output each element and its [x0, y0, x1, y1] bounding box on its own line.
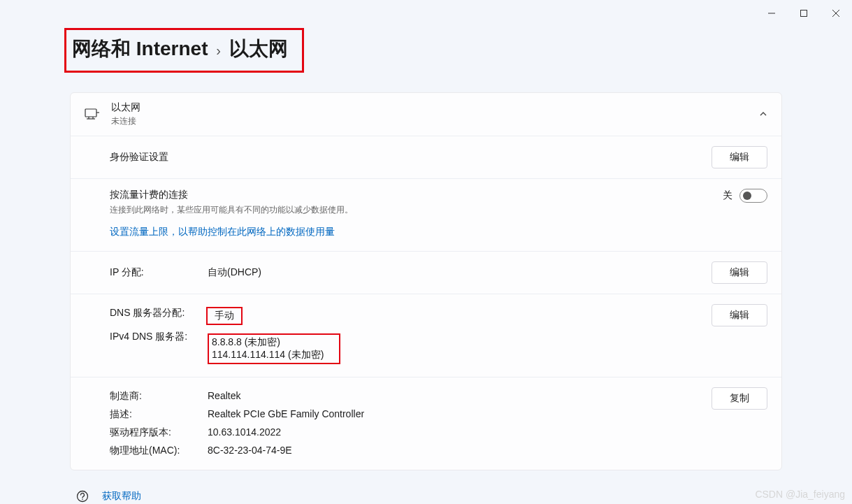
ipv4-dns-label: IPv4 DNS 服务器: [110, 331, 208, 343]
connection-title: 以太网 [111, 101, 748, 114]
watermark: CSDN @Jia_feiyang [755, 489, 845, 500]
dns-assignment-label: DNS 服务器分配: [110, 307, 208, 325]
description-value: Realtek PCIe GbE Family Controller [208, 408, 364, 421]
breadcrumb: 网络和 Internet › 以太网 [70, 28, 782, 73]
hardware-info-row: 制造商: Realtek 描述: Realtek PCIe GbE Family… [71, 377, 781, 470]
ipv4-dns-values-highlight: 8.8.8.8 (未加密) 114.114.114.114 (未加密) [208, 333, 340, 364]
data-limit-link[interactable]: 设置流量上限，以帮助控制在此网络上的数据使用量 [110, 226, 335, 237]
window-maximize-button[interactable] [788, 3, 820, 24]
ip-assignment-row: IP 分配: 自动(DHCP) 编辑 [71, 251, 781, 294]
ipv4-dns-value-1: 8.8.8.8 (未加密) [212, 336, 336, 349]
breadcrumb-current: 以太网 [229, 38, 288, 59]
description-label: 描述: [110, 408, 208, 421]
copy-button[interactable]: 复制 [712, 387, 767, 410]
manufacturer-value: Realtek [208, 390, 240, 403]
svg-point-9 [78, 491, 88, 502]
connection-header[interactable]: 以太网 未连接 [71, 93, 781, 136]
mac-address-label: 物理地址(MAC): [110, 445, 208, 457]
metered-label: 按流量计费的连接 [110, 189, 723, 201]
auth-settings-label: 身份验证设置 [110, 151, 712, 164]
auth-settings-row: 身份验证设置 编辑 [71, 136, 781, 178]
dns-assignment-value: 手动 [206, 307, 243, 325]
window-close-button[interactable] [820, 3, 852, 24]
chevron-up-icon [759, 109, 767, 120]
close-icon [832, 10, 839, 17]
connection-status: 未连接 [111, 115, 748, 127]
dns-row: DNS 服务器分配: 手动 IPv4 DNS 服务器: 8.8.8.8 (未加密… [71, 294, 781, 377]
ip-assignment-label: IP 分配: [110, 266, 208, 279]
chevron-right-icon: › [216, 43, 221, 58]
window-minimize-button[interactable] [756, 3, 788, 24]
help-icon [75, 490, 89, 503]
metered-toggle-label: 关 [723, 189, 732, 202]
get-help-link[interactable]: 获取帮助 [75, 490, 782, 503]
manufacturer-label: 制造商: [110, 390, 208, 403]
toggle-knob [743, 192, 751, 200]
svg-point-10 [82, 498, 83, 500]
svg-rect-1 [801, 10, 807, 17]
driver-version-value: 10.63.1014.2022 [208, 426, 281, 439]
ip-assignment-value: 自动(DHCP) [208, 266, 712, 279]
ethernet-icon [85, 107, 100, 122]
breadcrumb-parent[interactable]: 网络和 Internet [72, 38, 208, 59]
breadcrumb-highlight: 网络和 Internet › 以太网 [64, 28, 304, 73]
ipv4-dns-value-2: 114.114.114.114 (未加密) [212, 349, 336, 361]
svg-rect-4 [85, 109, 96, 117]
ethernet-card: 以太网 未连接 身份验证设置 编辑 按流量计费的连接 连接到此网络时，某些应用可… [70, 92, 782, 470]
maximize-icon [800, 10, 807, 17]
get-help-label: 获取帮助 [102, 490, 141, 503]
driver-version-label: 驱动程序版本: [110, 426, 208, 439]
metered-connection-row: 按流量计费的连接 连接到此网络时，某些应用可能具有不同的功能以减少数据使用。 设… [71, 178, 781, 251]
dns-edit-button[interactable]: 编辑 [712, 304, 767, 326]
minimize-icon [768, 10, 775, 17]
ip-edit-button[interactable]: 编辑 [712, 261, 767, 284]
mac-address-value: 8C-32-23-04-74-9E [208, 445, 292, 457]
metered-desc: 连接到此网络时，某些应用可能具有不同的功能以减少数据使用。 [110, 204, 723, 216]
metered-toggle[interactable] [739, 189, 767, 203]
auth-edit-button[interactable]: 编辑 [712, 146, 767, 168]
